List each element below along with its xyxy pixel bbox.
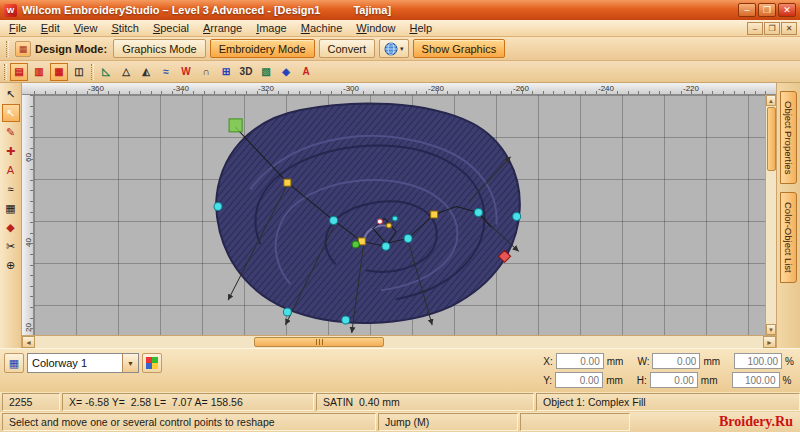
menu-arrange[interactable]: Arrange [196, 21, 249, 36]
chevron-down-icon[interactable]: ▼ [122, 354, 138, 372]
y-input[interactable] [555, 372, 603, 388]
menu-help[interactable]: Help [402, 21, 439, 36]
scale-x-unit: % [785, 356, 794, 367]
curve-point[interactable] [474, 209, 482, 217]
stitch-angle-point[interactable] [377, 219, 382, 224]
thread-colors-button[interactable] [142, 353, 162, 373]
menu-view[interactable]: View [67, 21, 105, 36]
menu-machine[interactable]: Machine [294, 21, 350, 36]
menu-image[interactable]: Image [249, 21, 294, 36]
scale-x-input[interactable] [734, 353, 782, 369]
stitch-angle-point[interactable] [386, 223, 391, 228]
reshape-tool[interactable]: ↖ [2, 104, 20, 122]
stitch-count: 2255 [2, 393, 60, 411]
wave-effect-icon[interactable]: ≈ [157, 63, 175, 81]
stitch-satin-icon[interactable]: ▥ [30, 63, 48, 81]
stitch-angle-point[interactable] [392, 216, 397, 221]
scroll-right-icon[interactable]: ► [763, 336, 776, 348]
menu-special[interactable]: Special [146, 21, 196, 36]
vertical-scroll-thumb[interactable] [767, 107, 776, 171]
tab-object-properties[interactable]: Object Properties [780, 91, 797, 184]
curve-point[interactable] [283, 308, 291, 316]
contour-tool-icon[interactable]: ◺ [97, 63, 115, 81]
corner-point[interactable] [284, 179, 291, 186]
x-input[interactable] [556, 353, 604, 369]
app-window: W Wilcom EmbroideryStudio – Level 3 Adva… [0, 0, 800, 432]
curve-point[interactable] [214, 203, 222, 211]
grid-view-icon[interactable]: ⊞ [217, 63, 235, 81]
stitch-motif-icon[interactable]: ◫ [70, 63, 88, 81]
close-button[interactable]: ✕ [778, 3, 796, 17]
curve-tool-icon[interactable]: ∩ [197, 63, 215, 81]
stitch-run-icon[interactable]: ▤ [10, 63, 28, 81]
minimize-button[interactable]: – [738, 3, 756, 17]
colorway-editor-icon[interactable]: ▦ [4, 353, 24, 373]
curve-point[interactable] [382, 242, 390, 250]
convert-button[interactable]: Convert [319, 39, 376, 58]
graphics-mode-button[interactable]: Graphics Mode [113, 39, 206, 58]
lettering-w-icon[interactable]: W [177, 63, 195, 81]
corner-point[interactable] [431, 211, 438, 218]
horizontal-scroll-thumb[interactable] [254, 337, 384, 347]
h-input[interactable] [650, 372, 698, 388]
hoop-globe-button[interactable]: ▾ [379, 39, 409, 58]
ruler-tick: -220 [683, 84, 699, 93]
vertical-scrollbar[interactable]: ▲ ▼ [765, 95, 776, 335]
menu-edit[interactable]: Edit [34, 21, 67, 36]
curve-point[interactable] [404, 234, 412, 242]
triangle-outline-icon[interactable]: △ [117, 63, 135, 81]
w-input[interactable] [652, 353, 700, 369]
diamond-shape-icon[interactable]: ◈ [277, 63, 295, 81]
start-handle[interactable] [229, 119, 242, 132]
menu-stitch[interactable]: Stitch [104, 21, 146, 36]
fill-tool[interactable]: ▦ [2, 199, 20, 217]
scissors-tool[interactable]: ✂ [2, 237, 20, 255]
3d-view-icon[interactable]: 3D [237, 63, 255, 81]
run-stitch-tool[interactable]: ≈ [2, 180, 20, 198]
design-canvas[interactable] [34, 95, 765, 335]
curve-point[interactable] [513, 213, 521, 221]
maximize-button[interactable]: ❐ [758, 3, 776, 17]
lettering-tool[interactable]: A [2, 161, 20, 179]
toolbar-grip[interactable] [6, 41, 9, 57]
curve-point[interactable] [330, 216, 338, 224]
zoom-tool[interactable]: ⊕ [2, 256, 20, 274]
pen-tool[interactable]: ✎ [2, 123, 20, 141]
embroidery-mode-button[interactable]: Embroidery Mode [210, 39, 315, 58]
ruler-tick: -360 [88, 84, 104, 93]
mdi-minimize-button[interactable]: – [747, 22, 763, 35]
entry-point[interactable] [352, 241, 359, 248]
add-point-tool[interactable]: ✚ [2, 142, 20, 160]
tab-color-object-list[interactable]: Color-Object List [780, 192, 797, 283]
mdi-restore-button[interactable]: ❐ [764, 22, 780, 35]
show-graphics-button[interactable]: Show Graphics [413, 39, 506, 58]
menu-window[interactable]: Window [349, 21, 402, 36]
status-bar: 2255 X= -6.58 Y= 2.58 L= 7.07 A= 158.56 … [0, 392, 800, 412]
scroll-up-icon[interactable]: ▲ [766, 95, 776, 106]
stitch-tatami-icon[interactable]: ▦ [50, 63, 68, 81]
shape-tool[interactable]: ◆ [2, 218, 20, 236]
ruler-tick: -280 [428, 84, 444, 93]
transform-fields: X: mm W: mm % Y: mm H: mm [543, 352, 796, 389]
scroll-left-icon[interactable]: ◄ [22, 336, 35, 348]
pattern-fill-icon[interactable]: ▧ [257, 63, 275, 81]
triangle-fill-icon[interactable]: ◭ [137, 63, 155, 81]
scroll-down-icon[interactable]: ▼ [766, 324, 776, 335]
monogram-icon[interactable]: A [297, 63, 315, 81]
palette-icon [146, 357, 158, 369]
vertical-ruler: 60 40 20 [22, 95, 34, 335]
menu-file[interactable]: File [2, 21, 34, 36]
mdi-close-button[interactable]: ✕ [781, 22, 797, 35]
colorway-select[interactable]: Colorway 1 ▼ [27, 353, 139, 373]
select-tool[interactable]: ↖ [2, 85, 20, 103]
toolbar-grip[interactable] [91, 64, 94, 80]
app-icon: W [4, 4, 17, 17]
y-unit: mm [606, 375, 623, 386]
embroidery-design[interactable] [34, 95, 765, 335]
title-bar[interactable]: W Wilcom EmbroideryStudio – Level 3 Adva… [0, 0, 800, 20]
curve-point[interactable] [342, 316, 350, 324]
horizontal-scrollbar[interactable]: ◄ ► [22, 335, 776, 348]
travel-mode: Jump (M) [378, 413, 518, 431]
toolbar-grip[interactable] [4, 64, 7, 80]
scale-y-input[interactable] [732, 372, 780, 388]
